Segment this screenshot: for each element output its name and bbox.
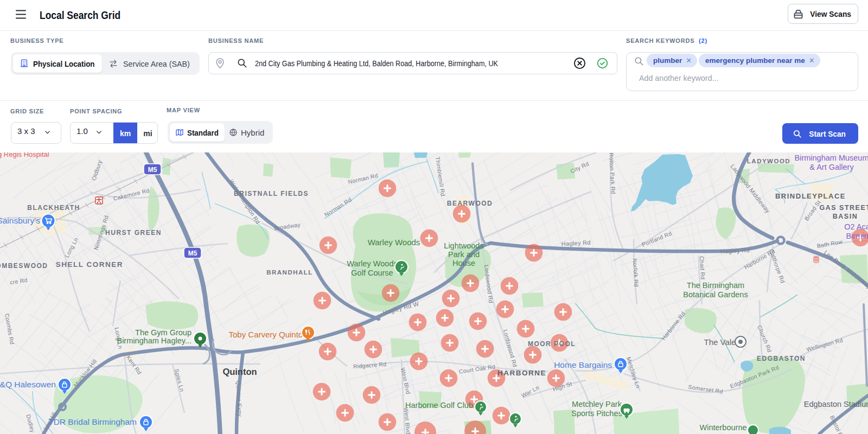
svg-text:GAS STREET: GAS STREET: [820, 204, 868, 212]
svg-text:Warley Woods: Warley Woods: [368, 238, 420, 247]
svg-text:& Art Gallery: & Art Gallery: [809, 163, 854, 171]
svg-text:BLACKHEATH: BLACKHEATH: [27, 204, 80, 212]
svg-text:Harborne Golf Club: Harborne Golf Club: [405, 401, 473, 410]
svg-text:BEARWOOD: BEARWOOD: [447, 200, 493, 207]
svg-text:Birmingham Museum: Birmingham Museum: [795, 154, 868, 162]
svg-text:B&Q Halesowen: B&Q Halesowen: [0, 380, 56, 389]
svg-text:OOMBESWOOD: OOMBESWOOD: [0, 262, 48, 270]
svg-text:Toby Carvery Quinton: Toby Carvery Quinton: [228, 330, 307, 339]
svg-text:M5: M5: [148, 166, 157, 174]
svg-text:Sports Pitches: Sports Pitches: [571, 409, 622, 418]
svg-text:Quinton: Quinton: [222, 367, 257, 376]
svg-text:Birmingham Hagley...: Birmingham Hagley...: [117, 336, 192, 345]
svg-text:Edgbaston Stadium: Edgbaston Stadium: [804, 400, 868, 409]
svg-text:Metchley Park: Metchley Park: [572, 400, 622, 409]
svg-text:Winterbourne: Winterbourne: [699, 423, 746, 432]
svg-text:M5: M5: [188, 250, 197, 257]
svg-text:The Birmingham: The Birmingham: [687, 281, 744, 290]
svg-text:The Vale: The Vale: [704, 337, 736, 347]
svg-text:Lightwoods: Lightwoods: [444, 241, 483, 250]
svg-text:g Regis Hospital: g Regis Hospital: [0, 152, 49, 158]
svg-text:BRINDLEYPLACE: BRINDLEYPLACE: [775, 192, 846, 200]
svg-text:Chad Rd: Chad Rd: [699, 256, 706, 280]
svg-text:Home Bargains: Home Bargains: [554, 360, 612, 369]
svg-text:Park and: Park and: [448, 250, 480, 259]
svg-text:EDGBASTON: EDGBASTON: [757, 355, 806, 362]
svg-text:SHELL CORNER: SHELL CORNER: [56, 260, 123, 269]
svg-text:House: House: [452, 259, 475, 267]
svg-text:O2 Aca: O2 Aca: [844, 222, 868, 231]
svg-text:HARBORNE: HARBORNE: [497, 369, 546, 377]
svg-text:BASIN: BASIN: [833, 213, 858, 220]
svg-text:BRANDHALL: BRANDHALL: [266, 269, 313, 276]
svg-text:Sainsbury's: Sainsbury's: [0, 216, 40, 225]
svg-text:Hagley Rd: Hagley Rd: [720, 247, 750, 254]
svg-text:Birmin: Birmin: [846, 232, 868, 240]
svg-text:The Gym Group: The Gym Group: [135, 328, 192, 337]
svg-text:Botanical Gardens: Botanical Gardens: [683, 290, 748, 299]
svg-text:MOOR POOL: MOOR POOL: [528, 340, 576, 348]
svg-text:LADYWOOD: LADYWOOD: [747, 158, 790, 164]
svg-text:TDR Bridal Birmingham: TDR Bridal Birmingham: [48, 417, 137, 426]
svg-text:Warley Woods: Warley Woods: [347, 259, 397, 268]
svg-text:HURST GREEN: HURST GREEN: [105, 229, 162, 237]
svg-text:Golf Course: Golf Course: [351, 269, 393, 277]
